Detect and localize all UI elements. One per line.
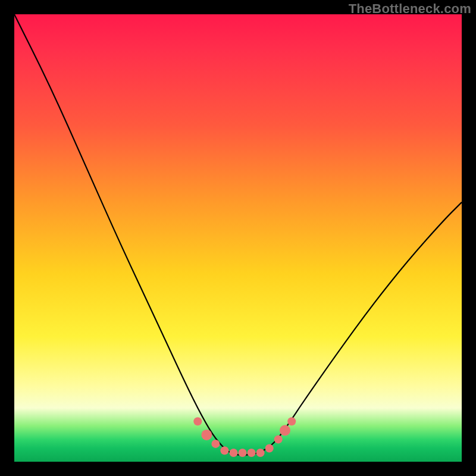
chart-svg [14,14,462,462]
bottleneck-curve [14,14,462,455]
curve-marker [220,446,228,455]
curve-marker [265,444,274,452]
plot-area [14,14,462,462]
curve-marker [239,449,247,457]
curve-marker [229,449,237,457]
curve-marker [248,449,256,457]
curve-markers [193,417,296,457]
curve-marker [201,430,212,440]
watermark-text: TheBottleneck.com [349,1,471,17]
curve-marker [193,417,202,425]
curve-marker [280,425,290,436]
curve-marker [256,449,265,457]
curve-marker [211,440,220,448]
curve-marker [287,417,296,425]
curve-marker [274,435,283,443]
